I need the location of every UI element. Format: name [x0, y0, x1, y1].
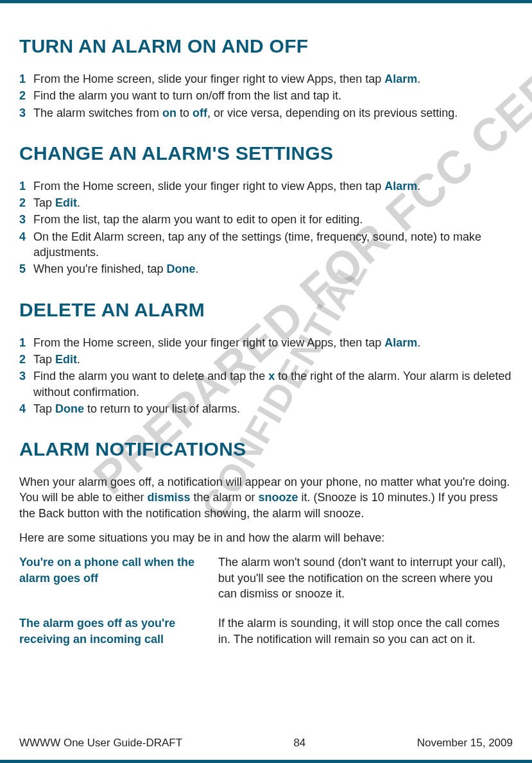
heading-turn-on-off: TURN AN ALARM ON AND OFF [19, 35, 513, 57]
step: The alarm switches from on to off, or vi… [19, 105, 513, 121]
term-dismiss: dismiss [147, 491, 190, 504]
term-x: x [268, 370, 275, 382]
term-snooze: snooze [259, 491, 298, 504]
term-alarm: Alarm [384, 336, 417, 349]
steps-change-settings: From the Home screen, slide your finger … [19, 178, 513, 277]
footer: WWWW One User Guide-DRAFT 84 November 15… [19, 737, 513, 750]
table-row: You're on a phone call when the alarm go… [19, 554, 513, 615]
term-alarm: Alarm [384, 180, 417, 193]
footer-page-number: 84 [293, 737, 305, 750]
step: When you're finished, tap Done. [19, 261, 513, 277]
term-edit: Edit [55, 196, 77, 209]
page: PREPARED FOR FCC CERTIFICATION CONFIDENT… [0, 0, 532, 763]
step: Tap Edit. [19, 352, 513, 367]
step: Find the alarm you want to delete and ta… [19, 368, 513, 400]
situation-desc: The alarm won't sound (don't want to int… [218, 554, 513, 615]
footer-date: November 15, 2009 [417, 737, 513, 750]
footer-left: WWWW One User Guide-DRAFT [19, 737, 182, 750]
term-off: off [193, 107, 207, 119]
step: Find the alarm you want to turn on/off f… [19, 88, 513, 103]
step: From the Home screen, slide your finger … [19, 335, 513, 350]
heading-change-settings: CHANGE AN ALARM'S SETTINGS [19, 142, 513, 164]
term-on: on [162, 107, 176, 119]
situation-desc: If the alarm is sounding, it will stop o… [218, 615, 513, 661]
term-alarm: Alarm [384, 73, 417, 85]
notifications-para1: When your alarm goes off, a notification… [19, 474, 513, 521]
term-done: Done [167, 262, 196, 275]
table-row: The alarm goes off as you're receiving a… [19, 615, 513, 661]
step: On the Edit Alarm screen, tap any of the… [19, 229, 513, 261]
step: From the list, tap the alarm you want to… [19, 212, 513, 227]
step: Tap Edit. [19, 195, 513, 210]
term-edit: Edit [55, 353, 77, 366]
situation-label: You're on a phone call when the alarm go… [19, 554, 218, 615]
situation-label: The alarm goes off as you're receiving a… [19, 615, 218, 661]
term-done: Done [55, 402, 84, 415]
heading-delete-alarm: DELETE AN ALARM [19, 299, 513, 321]
content: TURN AN ALARM ON AND OFF From the Home s… [19, 10, 513, 661]
heading-notifications: ALARM NOTIFICATIONS [19, 438, 513, 460]
notifications-para2: Here are some situations you may be in a… [19, 530, 513, 545]
steps-delete-alarm: From the Home screen, slide your finger … [19, 335, 513, 416]
situations-table: You're on a phone call when the alarm go… [19, 554, 513, 660]
steps-turn-on-off: From the Home screen, slide your finger … [19, 71, 513, 121]
step: Tap Done to return to your list of alarm… [19, 401, 513, 416]
step: From the Home screen, slide your finger … [19, 71, 513, 87]
step: From the Home screen, slide your finger … [19, 178, 513, 194]
